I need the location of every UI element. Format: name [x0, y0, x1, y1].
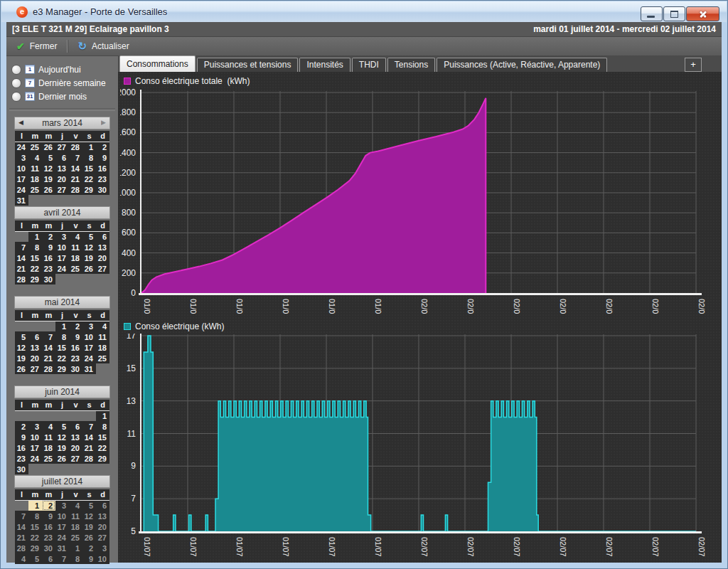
calendar-day[interactable]: 19 [82, 252, 96, 263]
calendar-day[interactable]: 27 [55, 142, 69, 152]
calendar-day[interactable]: 9 [42, 511, 55, 521]
calendar-day[interactable]: 27 [96, 532, 109, 543]
calendar-day[interactable]: 25 [42, 453, 55, 464]
calendar-day[interactable]: 9 [15, 432, 28, 442]
calendar-day[interactable]: 10 [28, 432, 42, 442]
calendar-day[interactable]: 8 [28, 242, 42, 252]
calendar-day[interactable]: 3 [55, 231, 69, 242]
calendar-day[interactable]: 26 [42, 184, 55, 195]
calendar-day[interactable]: 31 [55, 543, 69, 553]
calendar-day[interactable]: 17 [15, 174, 28, 184]
calendar-day[interactable]: 15 [96, 432, 109, 442]
calendar-day[interactable]: 22 [28, 263, 42, 274]
calendar-day[interactable]: 16 [15, 442, 28, 453]
calendar-day[interactable]: 20 [69, 442, 82, 453]
calendar-day[interactable]: 23 [69, 353, 82, 363]
range-option-derni-re-semaine[interactable]: 7Dernière semaine [6, 76, 118, 90]
calendar-day[interactable]: 24 [15, 184, 28, 195]
calendar-day[interactable]: 23 [42, 263, 55, 274]
calendar-day[interactable]: 17 [82, 342, 96, 353]
calendar-day[interactable]: 25 [96, 353, 109, 363]
calendar-day[interactable]: 21 [15, 532, 28, 543]
range-option-aujourd-hui[interactable]: 1Aujourd'hui [6, 63, 118, 76]
radio-icon[interactable] [11, 78, 21, 88]
calendar-day[interactable]: 25 [69, 263, 82, 274]
calendar-day[interactable]: 23 [42, 532, 55, 543]
calendar-day[interactable]: 25 [28, 184, 42, 195]
calendar-day[interactable]: 26 [42, 142, 55, 152]
calendar-day[interactable]: 28 [42, 363, 55, 374]
calendar-day[interactable]: 3 [28, 421, 42, 432]
calendar-day[interactable]: 1 [28, 231, 42, 242]
calendar-day[interactable]: 20 [96, 521, 109, 532]
tab-consommations[interactable]: Consommations [119, 55, 196, 72]
calendar-day[interactable]: 24 [55, 263, 69, 274]
calendar-day[interactable]: 30 [42, 543, 55, 553]
calendar-day[interactable]: 28 [15, 274, 28, 284]
calendar-day[interactable]: 31 [82, 363, 96, 374]
calendar-day[interactable]: 14 [42, 342, 55, 353]
fermer-button[interactable]: ✔ Fermer [6, 37, 67, 55]
calendar-day[interactable]: 6 [28, 331, 42, 342]
calendar-day[interactable]: 6 [42, 553, 55, 564]
calendar-day[interactable]: 26 [82, 532, 96, 543]
calendar-day[interactable]: 12 [42, 163, 55, 174]
calendar-day[interactable]: 27 [96, 263, 109, 274]
calendar-day[interactable]: 9 [69, 331, 82, 342]
calendar-day[interactable]: 13 [69, 432, 82, 442]
calendar-day[interactable]: 7 [15, 242, 28, 252]
calendar-day[interactable]: 27 [69, 453, 82, 464]
calendar-day[interactable]: 18 [42, 442, 55, 453]
calendar-day[interactable]: 1 [96, 410, 109, 421]
calendar-day[interactable]: 28 [82, 453, 96, 464]
calendar-day[interactable]: 16 [96, 163, 109, 174]
calendar-day[interactable]: 14 [15, 521, 28, 532]
radio-icon[interactable] [11, 92, 21, 102]
calendar-day[interactable]: 31 [15, 195, 28, 206]
calendar-day[interactable]: 30 [15, 464, 28, 474]
calendar-day[interactable]: 1 [69, 543, 82, 553]
calendar-day[interactable]: 19 [42, 174, 55, 184]
calendar-day[interactable]: 21 [42, 353, 55, 363]
calendar-day[interactable]: 4 [15, 553, 28, 564]
calendar-day[interactable]: 30 [96, 184, 109, 195]
calendar-day[interactable]: 14 [15, 252, 28, 263]
calendar-day[interactable]: 10 [55, 511, 69, 521]
calendar-day[interactable]: 7 [42, 331, 55, 342]
calendar-day[interactable]: 5 [15, 331, 28, 342]
calendar-day[interactable]: 25 [28, 142, 42, 152]
tab-intensit-s[interactable]: Intensités [299, 58, 350, 72]
close-button[interactable] [686, 6, 719, 21]
calendar-day[interactable]: 22 [28, 532, 42, 543]
calendar-day[interactable]: 7 [82, 421, 96, 432]
calendar-day[interactable]: 8 [82, 152, 96, 163]
calendar-day[interactable]: 25 [69, 532, 82, 543]
calendar-day[interactable]: 10 [96, 553, 109, 564]
calendar-day[interactable]: 24 [15, 142, 28, 152]
calendar-day[interactable]: 5 [42, 152, 55, 163]
calendar-day[interactable]: 4 [69, 500, 82, 511]
calendar-day[interactable]: 20 [28, 353, 42, 363]
calendar-day[interactable]: 20 [96, 252, 109, 263]
maximize-button[interactable] [663, 6, 685, 21]
calendar-prev-icon[interactable]: ◀ [18, 119, 23, 126]
calendar-day[interactable]: 21 [82, 442, 96, 453]
calendar-day[interactable]: 14 [69, 163, 82, 174]
calendar-day[interactable]: 17 [28, 442, 42, 453]
calendar-day[interactable]: 16 [42, 252, 55, 263]
calendar-day[interactable]: 13 [96, 242, 109, 252]
calendar-day[interactable]: 15 [82, 163, 96, 174]
calendar-day[interactable]: 20 [55, 174, 69, 184]
calendar-day[interactable]: 3 [55, 500, 69, 511]
calendar-day[interactable]: 3 [96, 543, 109, 553]
actualiser-button[interactable]: ↻ Actualiser [68, 37, 139, 55]
calendar-day[interactable]: 14 [82, 432, 96, 442]
calendar-day[interactable]: 15 [28, 252, 42, 263]
calendar-day[interactable]: 1 [55, 321, 69, 331]
calendar-day[interactable]: 21 [15, 263, 28, 274]
calendar-day[interactable]: 29 [28, 543, 42, 553]
calendar-day[interactable]: 4 [42, 421, 55, 432]
calendar-day[interactable]: 8 [96, 421, 109, 432]
calendar-day[interactable]: 6 [96, 500, 109, 511]
calendar-day[interactable]: 21 [69, 174, 82, 184]
